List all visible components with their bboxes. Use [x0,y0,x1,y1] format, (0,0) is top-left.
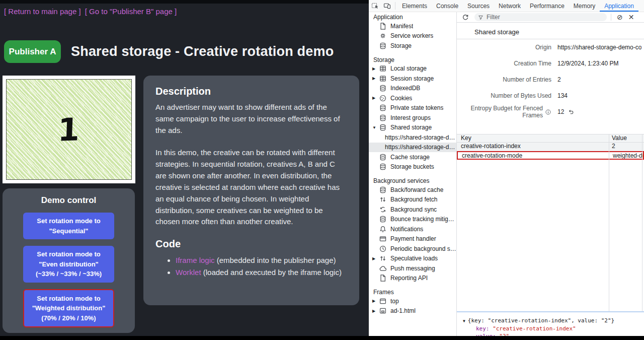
sidebar-item-label: top [390,298,399,305]
grid-header-key[interactable]: Key [457,134,609,142]
sidebar-item-label: https://shared-storage-d… [385,144,455,151]
database-icon [379,42,387,50]
table-icon [379,75,387,83]
description-paragraph: In this demo, the creative can be rotate… [155,147,346,228]
rotation-mode-button-1[interactable]: Set rotation mode to "Sequential" [23,213,114,239]
ad-creative: 1 [6,79,132,180]
metadata-value: 2 [557,76,561,83]
sidebar-item-back-forward-cache[interactable]: Back/forward cache [369,185,456,195]
rotation-mode-button-2[interactable]: Set rotation mode to "Even distribution"… [23,246,114,283]
tab-network[interactable]: Network [494,0,525,12]
sidebar-item-background-sync[interactable]: Background sync [369,205,456,215]
grid-row-creative-rotation-mode[interactable]: creative-rotation-modeweighted-dist [457,151,644,160]
sidebar-item-background-fetch[interactable]: Background fetch [369,195,456,205]
chevron-right-icon[interactable]: ▶ [372,96,379,100]
tab-elements[interactable]: Elements [397,0,432,12]
tree-section-title: Background services [369,177,456,185]
reset-budget-icon[interactable] [568,109,575,115]
sidebar-item-storage-buckets[interactable]: Storage buckets [369,162,456,172]
sync-icon [379,206,387,214]
file-icon [379,274,387,282]
sidebar-item-indexeddb[interactable]: IndexedDB [369,84,456,94]
sidebar-item-shared-storage[interactable]: ▼Shared storage [369,123,456,133]
grid-right-border [642,134,642,311]
code-link-note: (loaded and executed by the iframe logic… [201,268,342,277]
sidebar-item-label: Background fetch [390,196,437,203]
info-icon[interactable] [545,109,551,115]
tabbar-separator [395,2,395,10]
sidebar-item-local-storage[interactable]: ▶Local storage [369,64,456,74]
close-icon[interactable]: ✕ [628,14,634,21]
database-icon [379,104,387,112]
tree-section-title: Storage [369,56,456,64]
sidebar-item-speculative-loads[interactable]: ▶Speculative loads [369,254,456,264]
rotation-mode-button-3[interactable]: Set rotation mode to "Weighted distribut… [23,289,114,328]
nav-links: [ Return to main page ] [ Go to "Publish… [4,7,179,16]
sidebar-item-service-workers[interactable]: Service workers [369,31,456,41]
sidebar-item-cookies[interactable]: ▶Cookies [369,93,456,103]
description-heading: Description [155,86,346,97]
sidebar-item-top[interactable]: ▶top [369,296,456,306]
sidebar-item-label: Interest groups [390,114,431,121]
filter-field[interactable] [474,13,607,21]
nav-link[interactable]: [ Return to main page ] [4,7,83,16]
database-icon [379,186,387,194]
inspect-element-button[interactable] [369,0,381,12]
window-edge [0,0,369,4]
grid-cell-value: 2 [609,143,644,151]
code-link[interactable]: Worklet [176,268,201,277]
chevron-right-icon[interactable]: ▶ [372,299,379,303]
kv-grid-rows: creative-rotation-index2creative-rotatio… [457,143,644,160]
sidebar-item-https-shared-storage-d[interactable]: https://shared-storage-d… [369,132,456,143]
sidebar-item-manifest[interactable]: Manifest [369,21,456,31]
tree-section: Storage▶Local storage▶Session storageInd… [369,56,456,172]
metadata-value-text: 2 [557,76,561,83]
grid-row-creative-rotation-index[interactable]: creative-rotation-index2 [457,143,644,151]
shared-storage-panel: ⊘ ✕ Shared storage Originhttps://shared-… [457,12,644,336]
tab-performance[interactable]: Performance [525,0,569,12]
sidebar-item-storage[interactable]: Storage [369,41,456,51]
sidebar-item-payment-handler[interactable]: Payment handler [369,234,456,244]
sidebar-item-private-state-tokens[interactable]: Private state tokens [369,103,456,113]
grid-column-divider [609,134,609,311]
sidebar-item-ad-1-html[interactable]: ▶ad-1.html [369,306,456,316]
filter-input[interactable] [487,14,587,21]
tab-sources[interactable]: Sources [463,0,494,12]
sidebar-item-interest-groups[interactable]: Interest groups [369,113,456,123]
sidebar-item-label: Cookies [390,95,412,102]
chevron-right-icon[interactable]: ▶ [372,76,379,81]
sidebar-item-bounce-tracking-mitiga[interactable]: Bounce tracking mitiga… [369,215,456,225]
code-link[interactable]: Iframe logic [176,256,215,264]
tab-memory[interactable]: Memory [569,0,600,12]
chevron-right-icon[interactable]: ▶ [372,309,379,313]
tree-section: Background servicesBack/forward cacheBac… [369,177,456,283]
metadata-value: 134 [557,92,568,99]
chevron-right-icon[interactable]: ▶ [372,66,379,71]
sidebar-item-https-shared-storage-d[interactable]: https://shared-storage-d… [369,143,456,153]
tab-console[interactable]: Console [432,0,463,12]
demo-control-title: Demo control [3,188,135,206]
sidebar-item-session-storage[interactable]: ▶Session storage [369,74,456,84]
sidebar-item-periodic-background-s[interactable]: Periodic background s… [369,244,456,254]
expander-icon[interactable]: ▼ [463,319,465,323]
tree-section-title: Frames [369,288,456,296]
sidebar-item-reporting-api[interactable]: Reporting API [369,274,456,284]
block-icon[interactable]: ⊘ [617,14,623,21]
preview-property-value: "creative-rotation-index" [493,325,576,332]
tab-application[interactable]: Application [600,0,638,12]
device-toolbar-button[interactable] [381,0,393,12]
refresh-button[interactable] [461,14,470,21]
grid-header-value[interactable]: Value [609,134,644,142]
code-link-note: (embedded into the publisher page) [215,256,336,264]
preview-divider[interactable] [457,311,644,312]
metadata-value: 12 [557,108,575,115]
sidebar-item-cache-storage[interactable]: Cache storage [369,152,456,162]
chevron-down-icon[interactable]: ▼ [372,125,379,130]
chevron-right-icon[interactable]: ▶ [372,256,379,261]
sidebar-item-push-messaging[interactable]: Push messaging [369,263,456,274]
sidebar-item-notifications[interactable]: Notifications [369,224,456,234]
nav-link[interactable]: [ Go to "Publisher B" page ] [85,7,177,16]
sidebar-item-label: Push messaging [390,265,435,272]
bell-icon [379,225,387,233]
preview-summary-text: {key: "creative-rotation-index", value: … [468,317,614,324]
